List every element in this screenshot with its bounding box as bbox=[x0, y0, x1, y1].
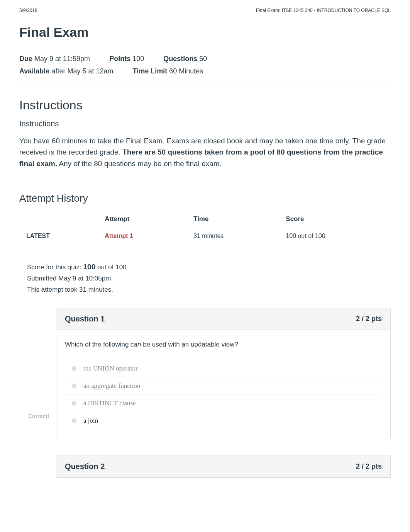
meta-due-value: May 9 at 11:59pm bbox=[34, 55, 90, 63]
meta-due: Due May 9 at 11:59pm bbox=[19, 53, 90, 65]
question-title: Question 2 bbox=[65, 462, 105, 471]
answer-text: a DISTINCT clause bbox=[83, 399, 136, 407]
meta-due-label: Due bbox=[19, 55, 32, 63]
print-date: 5/9/2018 bbox=[19, 8, 37, 13]
correct-label: Correct! bbox=[28, 413, 63, 419]
meta-available-value: after May 5 at 12am bbox=[51, 67, 113, 75]
radio-icon bbox=[72, 418, 76, 423]
qtext-1: Which of the following bbox=[65, 341, 130, 348]
print-title: Final Exam: ITSE 1345 340 - INTRODUCTION… bbox=[256, 8, 391, 13]
meta-questions-label: Questions bbox=[163, 55, 197, 63]
row-score: 100 out of 100 bbox=[279, 227, 391, 245]
instructions-subheading: Instructions bbox=[19, 119, 391, 128]
score-prefix: Score for this quiz: bbox=[27, 263, 83, 271]
col-blank bbox=[19, 211, 98, 227]
table-row: LATEST Attempt 1 31 minutes 100 out of 1… bbox=[19, 227, 391, 245]
question-text: Which of the following can be used with … bbox=[65, 341, 382, 348]
meta-available: Available after May 5 at 12am bbox=[19, 65, 113, 77]
meta-timelimit-label: Time Limit bbox=[132, 67, 167, 75]
answer-text: a join bbox=[83, 417, 98, 424]
page-title: Final Exam bbox=[19, 25, 391, 40]
question-points: 2 / 2 pts bbox=[356, 462, 382, 471]
submitted-text: Submitted May 9 at 10:05pm bbox=[27, 273, 383, 284]
col-attempt: Attempt bbox=[98, 211, 186, 227]
duration-text: This attempt took 31 minutes. bbox=[27, 284, 383, 296]
answer-text: the UNION operator bbox=[83, 365, 138, 372]
score-summary: Score for this quiz: 100 out of 100 Subm… bbox=[27, 261, 383, 296]
meta-points-value: 100 bbox=[132, 55, 144, 63]
row-latest: LATEST bbox=[19, 227, 98, 245]
quiz-meta: Due May 9 at 11:59pm Points 100 Question… bbox=[19, 47, 391, 83]
page-header-meta: 5/9/2018 Final Exam: ITSE 1345 340 - INT… bbox=[19, 8, 391, 13]
instructions-heading: Instructions bbox=[19, 98, 391, 112]
answer-text: an aggregate function bbox=[83, 382, 140, 389]
meta-available-label: Available bbox=[19, 67, 49, 75]
meta-timelimit-value: 60 Minutes bbox=[169, 67, 203, 75]
meta-points-label: Points bbox=[109, 55, 130, 63]
attempt-link[interactable]: Attempt 1 bbox=[105, 233, 133, 239]
question-body: Which of the following can be used with … bbox=[56, 330, 390, 438]
radio-icon bbox=[72, 384, 76, 388]
instructions-body: You have 60 minutes to take the Final Ex… bbox=[19, 135, 391, 169]
answer-option: a DISTINCT clause bbox=[65, 394, 382, 412]
attempt-history-table: Attempt Time Score LATEST Attempt 1 31 m… bbox=[19, 211, 391, 245]
question-header: Question 2 2 / 2 pts bbox=[56, 456, 390, 478]
radio-icon bbox=[72, 366, 76, 371]
instructions-text-3: Any of the 80 questions may be on the fi… bbox=[57, 160, 222, 168]
qtext-italic: can bbox=[130, 341, 141, 348]
answer-option: the UNION operator bbox=[65, 360, 382, 377]
question-header: Question 1 2 / 2 pts bbox=[56, 308, 390, 330]
meta-timelimit: Time Limit 60 Minutes bbox=[132, 65, 203, 77]
col-score: Score bbox=[279, 211, 391, 227]
radio-icon bbox=[72, 401, 76, 406]
question-1: Question 1 2 / 2 pts Which of the follow… bbox=[56, 308, 391, 438]
meta-questions-value: 50 bbox=[199, 55, 207, 63]
meta-points: Points 100 bbox=[109, 53, 144, 65]
question-title: Question 1 bbox=[65, 314, 105, 323]
attempt-history-heading: Attempt History bbox=[19, 192, 391, 204]
score-value: 100 bbox=[83, 263, 96, 271]
score-suffix: out of 100 bbox=[95, 263, 126, 271]
question-points: 2 / 2 pts bbox=[356, 315, 382, 323]
answer-option: an aggregate function bbox=[65, 377, 382, 394]
row-attempt: Attempt 1 bbox=[98, 227, 186, 245]
col-time: Time bbox=[186, 211, 279, 227]
qtext-2: be used with an updatable view? bbox=[141, 341, 238, 348]
meta-questions: Questions 50 bbox=[163, 53, 207, 65]
answer-option-correct: Correct! a join bbox=[65, 412, 382, 429]
question-2: Question 2 2 / 2 pts bbox=[56, 456, 391, 478]
row-time: 31 minutes bbox=[186, 227, 279, 245]
